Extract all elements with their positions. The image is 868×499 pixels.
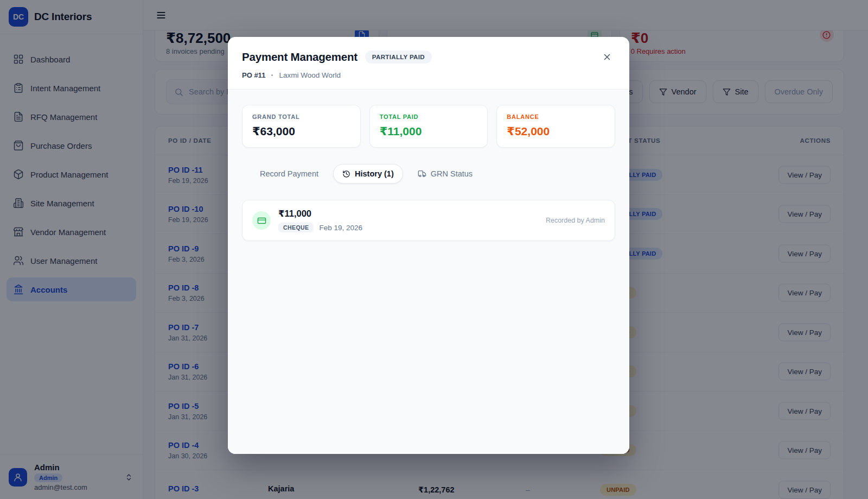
tab-grn-status[interactable]: GRN Status: [409, 164, 482, 184]
total-paid-card: TOTAL PAID ₹11,000: [369, 105, 488, 148]
payment-amount: ₹11,000: [278, 209, 362, 219]
payment-method-badge: CHEQUE: [278, 223, 314, 232]
modal-subtitle: PO #11 Laxmi Wood World: [242, 71, 614, 79]
modal-title: Payment Management: [242, 50, 358, 64]
grand-total-card: GRAND TOTAL ₹63,000: [242, 105, 361, 148]
payment-history-item: ₹11,000 CHEQUE Feb 19, 2026 Recorded by …: [242, 200, 615, 241]
summary-label: TOTAL PAID: [380, 113, 478, 120]
close-icon[interactable]: [600, 50, 614, 64]
tab-history[interactable]: History (1): [333, 164, 403, 184]
tab-label: Record Payment: [260, 169, 318, 178]
po-reference: PO #11: [242, 71, 265, 79]
modal-tabs: Record Payment History (1) GRN Status: [242, 164, 615, 184]
summary-value: ₹52,000: [507, 125, 605, 138]
summary-cards: GRAND TOTAL ₹63,000 TOTAL PAID ₹11,000 B…: [242, 105, 615, 148]
tab-label: History (1): [355, 169, 394, 178]
summary-label: GRAND TOTAL: [252, 113, 350, 120]
balance-card: BALANCE ₹52,000: [496, 105, 615, 148]
history-details: ₹11,000 CHEQUE Feb 19, 2026: [278, 209, 362, 232]
dot-separator: [271, 74, 273, 76]
tab-label: GRN Status: [431, 169, 473, 178]
history-icon: [342, 170, 350, 178]
summary-value: ₹11,000: [380, 125, 478, 138]
payment-management-modal: Payment Management PARTIALLY PAID PO #11…: [228, 37, 629, 454]
summary-label: BALANCE: [507, 113, 605, 120]
payment-status-badge: PARTIALLY PAID: [365, 50, 432, 64]
payment-date: Feb 19, 2026: [319, 224, 362, 232]
recorded-by: Recorded by Admin: [546, 217, 605, 224]
vendor-name: Laxmi Wood World: [279, 71, 341, 79]
tab-record-payment[interactable]: Record Payment: [251, 164, 328, 184]
summary-value: ₹63,000: [252, 125, 350, 138]
modal-body: GRAND TOTAL ₹63,000 TOTAL PAID ₹11,000 B…: [228, 89, 629, 454]
credit-card-icon: [252, 211, 271, 230]
truck-icon: [418, 169, 426, 178]
modal-header: Payment Management PARTIALLY PAID PO #11…: [228, 37, 629, 89]
